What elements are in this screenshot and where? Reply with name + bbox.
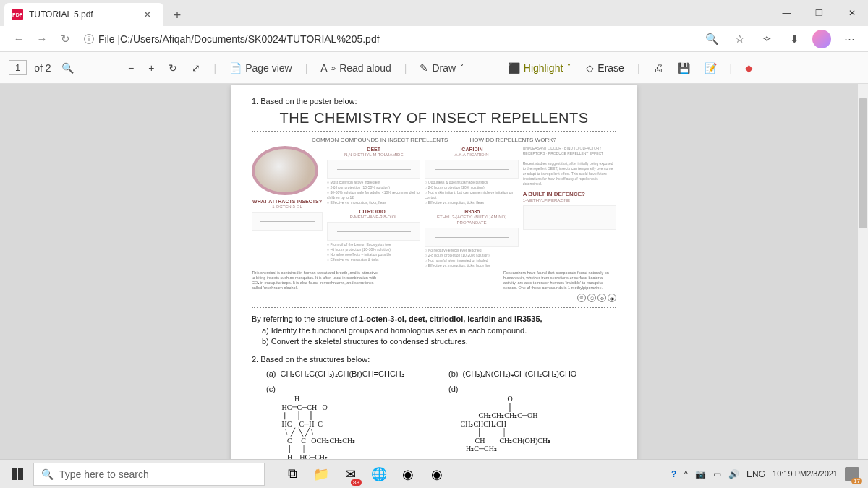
clock[interactable]: 10:19 PM 2/3/2021 — [773, 469, 838, 479]
poster-title: THE CHEMISTRY OF INSECT REPELLENTS — [252, 110, 616, 127]
deet-bullets: ○ Most common active ingredient○ 2-6 hou… — [327, 180, 420, 205]
erase-button[interactable]: ◇ Erase — [580, 59, 630, 77]
cc-icons: ©①⊜◉ — [252, 294, 616, 302]
forward-button[interactable]: → — [30, 27, 54, 51]
q1-body: By referring to the structure of 1-octen… — [252, 314, 616, 347]
system-tray: ? ^ 📷 ▭ 🔊 ENG 10:19 PM 2/3/2021 17 — [671, 467, 864, 481]
ir3535-structure — [425, 228, 518, 247]
url-box[interactable]: i File | C:/Users/Afiqah/Documents/SK002… — [77, 33, 700, 45]
language-indicator[interactable]: ENG — [746, 469, 765, 479]
info-icon: i — [84, 34, 94, 44]
attract-text: This chemical is contained in human swea… — [252, 270, 382, 291]
minimize-button[interactable]: — — [770, 0, 803, 26]
fullscreen-icon[interactable]: ◆ — [739, 59, 759, 77]
read-aloud-button[interactable]: A» Read aloud — [315, 59, 396, 77]
close-window-button[interactable]: ✕ — [835, 0, 868, 26]
sb: (CH₃)₂N(CH₂)₄CH(CH₂CH₃)CHO — [463, 369, 577, 378]
poster-body: COMMON COMPOUNDS IN INSECT REPELLENTS HO… — [252, 131, 616, 308]
tab-title: TUTORIAL 5.pdf — [29, 9, 93, 20]
print-icon[interactable]: 🖨 — [647, 59, 669, 77]
chrome-icon-2[interactable]: ◉ — [424, 461, 450, 487]
zoom-out-button[interactable]: − — [122, 59, 140, 77]
profile-icon[interactable] — [810, 27, 833, 51]
builtin-structure — [523, 205, 616, 230]
ir3535-label: IR3535 — [425, 208, 518, 215]
refresh-button[interactable]: ↻ — [54, 27, 77, 51]
page-of-label: of 2 — [34, 62, 51, 74]
icaridin-sub: A.K.A PICARIDIN — [425, 153, 518, 158]
save-icon[interactable]: 💾 — [672, 59, 696, 77]
browser-tab-bar: PDF TUTORIAL 5.pdf ✕ + — ❐ ✕ — [0, 0, 868, 26]
citriodiol-label: CITRIODIOL — [327, 208, 420, 215]
save-as-icon[interactable]: 📝 — [699, 59, 723, 77]
search-icon[interactable]: 🔍 — [61, 62, 74, 74]
highlight-button[interactable]: ⬛ Highlight ˅ — [502, 59, 577, 77]
addr-right-icons: 🔍 ☆ ✧ ⬇ ⋯ — [700, 27, 861, 51]
icaridin-bullets: ○ Odourless & doesn't damage plastics○ 2… — [425, 180, 518, 205]
task-view-icon[interactable]: ⧉ — [279, 461, 305, 487]
citriodiol-sub: P-MENTHANE-3,8-DIOL — [327, 215, 420, 221]
taskbar: 🔍 Type here to search ⧉ 📁 ✉88 🌐 ◉ ◉ ? ^ … — [0, 459, 868, 488]
pdf-icon: PDF — [12, 9, 23, 20]
q1-intro: 1. Based on the poster below: — [252, 97, 616, 106]
defence-text: Researchers have found that compounds fo… — [503, 270, 616, 291]
draw-button[interactable]: ✎ Draw ˅ — [414, 59, 470, 77]
builtin-label: A BUILT IN DEFENCE? — [523, 191, 616, 198]
q1a: a) Identify the functional groups and ho… — [252, 325, 616, 336]
pdf-page: 1. Based on the poster below: THE CHEMIS… — [231, 85, 637, 487]
taskbar-search[interactable]: 🔍 Type here to search — [33, 463, 265, 486]
octen-label: 1-OCTEN-3-OL — [252, 205, 323, 210]
help-icon[interactable]: ? — [671, 469, 676, 479]
downloads-icon[interactable]: ⬇ — [783, 27, 806, 51]
what-attracts-label: WHAT ATTRACTS INSECTS? — [252, 198, 323, 205]
search-placeholder: Type here to search — [59, 468, 149, 480]
sd-structure: O ║ CH₂CH₂CH₂C─OH CH₃CHCH₂CH │ │ CH CH₂C… — [459, 395, 616, 453]
back-button[interactable]: ← — [7, 27, 30, 51]
sa: CH₃CH₂C(CH₃)₂CH(Br)CH=CHCH₃ — [281, 369, 404, 378]
zoom-in-button[interactable]: + — [142, 59, 160, 77]
sa-label: (a) — [266, 369, 276, 378]
battery-icon[interactable]: ▭ — [713, 469, 721, 479]
q1b: b) Convert the skeletal structures to co… — [252, 336, 616, 347]
favorite-icon[interactable]: ☆ — [728, 27, 751, 51]
maximize-button[interactable]: ❐ — [803, 0, 835, 26]
page-view-button[interactable]: 📄 Page view — [224, 59, 298, 77]
scrollbar[interactable] — [858, 84, 868, 488]
url-prefix: File | — [98, 33, 120, 45]
zoom-indicator-icon[interactable]: 🔍 — [700, 27, 723, 51]
poster-head-how: HOW DO REPELLENTS WORK? — [469, 137, 556, 143]
fit-button[interactable]: ⤢ — [186, 59, 206, 77]
window-controls: — ❐ ✕ — [770, 0, 868, 26]
chevron-up-icon[interactable]: ^ — [684, 469, 688, 479]
address-bar: ← → ↻ i File | C:/Users/Afiqah/Documents… — [0, 26, 868, 52]
deet-sub: N,N-DIETHYL-M-TOLUAMIDE — [327, 153, 420, 158]
new-tab-button[interactable]: + — [166, 4, 188, 26]
q2-intro: 2. Based on the structures below: — [252, 354, 616, 365]
notifications-icon[interactable]: 17 — [845, 467, 859, 481]
volume-icon[interactable]: 🔊 — [728, 469, 739, 479]
tab-pdf[interactable]: PDF TUTORIAL 5.pdf ✕ — [4, 3, 163, 26]
page-number-input[interactable]: 1 — [9, 60, 27, 75]
poster-head-common: COMMON COMPOUNDS IN INSECT REPELLENTS — [312, 137, 448, 143]
sd-label: (d) — [448, 385, 458, 393]
rotate-button[interactable]: ↻ — [163, 59, 183, 77]
deet-structure — [327, 160, 420, 179]
close-tab-icon[interactable]: ✕ — [139, 9, 156, 20]
chrome-icon[interactable]: ◉ — [395, 461, 421, 487]
camera-icon[interactable]: 📷 — [695, 469, 706, 479]
file-explorer-icon[interactable]: 📁 — [308, 461, 334, 487]
octen-structure — [252, 212, 323, 231]
url-path: C:/Users/Afiqah/Documents/SK0024/TUTORIA… — [120, 33, 379, 45]
edge-icon[interactable]: 🌐 — [366, 461, 392, 487]
ir3535-bullets: ○ No negative effects ever reported○ 2-8… — [425, 248, 518, 268]
start-button[interactable] — [4, 461, 30, 487]
pdf-toolbar: 1 of 2 🔍 − + ↻ ⤢ | 📄 Page view | A» Read… — [0, 52, 868, 84]
collections-icon[interactable]: ✧ — [755, 27, 778, 51]
sb-label: (b) — [448, 369, 458, 378]
ir3535-sub: ETHYL 3-[ACETYL(BUTYL)AMINO] PROPANOATE — [425, 215, 518, 226]
search-icon: 🔍 — [41, 468, 54, 480]
more-icon[interactable]: ⋯ — [838, 27, 861, 51]
mail-icon[interactable]: ✉88 — [337, 461, 363, 487]
document-viewport[interactable]: 1. Based on the poster below: THE CHEMIS… — [0, 84, 868, 488]
deet-label: DEET — [327, 146, 420, 153]
